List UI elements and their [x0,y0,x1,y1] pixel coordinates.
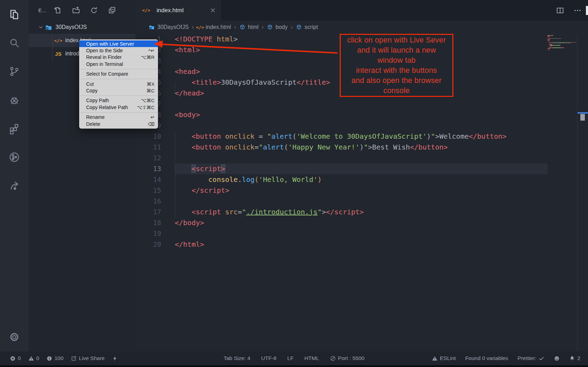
menu-item-copy[interactable]: Copy⌘C [79,87,158,94]
html-file-icon: </> [197,24,203,30]
menu-item-rename[interactable]: Rename↵ [79,114,158,121]
menu-item-cut[interactable]: Cut⌘X [79,81,158,87]
status-item-utf-8[interactable]: UTF-8 [261,355,277,361]
breadcrumb-item-script[interactable]: script [296,24,318,30]
breadcrumb-item-body[interactable]: body [267,24,288,30]
code-line-8[interactable]: 8<body> [135,109,588,120]
breadcrumb-separator: › [262,24,264,31]
status-item-lf[interactable]: LF [287,355,294,361]
status-item-label: 100 [54,355,63,361]
tree-root-folder[interactable]: 30DaysOfJS [29,21,135,34]
breadcrumb-item-index.html[interactable]: </>index.html [197,24,231,30]
code-line-11[interactable]: 11 <button onclick="alert('Happy New Yea… [135,142,588,153]
status-item-prettier-[interactable]: Prettier: [518,355,544,361]
activity-item-extensions[interactable] [5,119,24,138]
new-file-icon [53,6,62,15]
line-number: 19 [135,228,175,239]
code-line-12[interactable]: 12 [135,153,588,163]
breadcrumb-label: 30DaysOfJS [157,24,189,30]
breadcrumb-item-30DaysOfJS[interactable]: 30DaysOfJS [149,24,189,30]
menu-item-select-for-compare[interactable]: Select for Compare [79,71,158,77]
activity-item-settings-gear[interactable] [5,328,24,346]
breadcrumb-label: script [304,24,318,30]
code-line-20[interactable]: 20</html> [135,239,588,250]
breadcrumb-separator: › [291,24,293,31]
close-x-icon [210,7,216,14]
annotation-line: and also open the browser [341,76,452,86]
menu-item-copy-relative-path[interactable]: Copy Relative Path⌥⇧⌘C [79,104,158,110]
code-line-18[interactable]: 18</body> [135,217,588,228]
explorer-title: E... [38,8,46,13]
minimap[interactable] [548,35,579,51]
status-item-label: UTF-8 [261,355,277,361]
status-item-found-0-variables[interactable]: Found 0 variables [465,355,508,361]
code-line-content [175,228,548,239]
status-item-label: Live Share [79,355,105,361]
code-line-16[interactable]: 16 [135,196,588,207]
code-line-14[interactable]: 14 console.log('Hello, World') [135,174,588,185]
status-item-tab-size-4[interactable]: Tab Size: 4 [224,355,250,361]
status-item-2[interactable]: 2 [569,355,580,361]
close-icon[interactable] [210,7,216,14]
activity-item-live-share[interactable] [5,176,24,195]
tab-index-html[interactable]: </> index.html [135,0,221,21]
activity-item-source-control[interactable] [5,62,24,81]
code-line-content: <button onclick="alert('Happy New Year!'… [175,142,548,153]
vscode-window: E... 30DaysOfJS </> index.html JS introd… [0,0,588,367]
menu-item-copy-path[interactable]: Copy Path⌥⌘C [79,97,158,104]
code-line-9[interactable]: 9 [135,120,588,131]
folder-icon [149,24,155,30]
split-editor-icon[interactable] [556,6,564,15]
code-line-19[interactable]: 19 [135,228,588,239]
window-bottom-edge [0,365,588,367]
status-item-eslint[interactable]: ESLint [432,355,456,361]
activity-item-search[interactable] [5,33,24,52]
menu-item-label: Delete [86,121,148,127]
code-line-13[interactable]: 13 <script> [135,163,588,174]
status-item-live-share[interactable]: Live Share [71,355,105,361]
code-line-7[interactable]: 7 [135,99,588,109]
extensions-icon [8,123,20,135]
line-number: 13 [135,163,175,174]
scrollbar-thumb[interactable] [580,114,585,121]
split-editor-icon [556,6,564,15]
activity-item-explorer[interactable] [5,5,24,24]
status-item-label: Prettier: [518,355,536,361]
error-circle-icon [10,355,16,361]
new-file-button[interactable] [53,6,62,15]
chevron-down-icon[interactable] [38,24,45,30]
menu-item-reveal-in-finder[interactable]: Reveal in Finder⌥⌘R [79,54,158,61]
menu-item-delete[interactable]: Delete⌫ [79,121,158,127]
annotation-line: click on open with Live Sever [341,35,452,45]
status-item-html[interactable]: HTML [304,355,319,361]
context-menu: Open with Live ServerOpen to the Side^↵R… [79,39,158,129]
run-debug-icon [8,94,20,106]
new-folder-button[interactable] [71,6,80,15]
menu-item-open-in-terminal[interactable]: Open in Terminal [79,61,158,67]
breadcrumb-item-html[interactable]: html [239,24,258,30]
code-line-17[interactable]: 17 <script src="./introduction.js"></scr… [135,207,588,217]
status-item-label: 0 [36,355,39,361]
menu-item-label: Open in Terminal [86,61,154,67]
status-item-100[interactable]: 100 [46,355,63,361]
status-item-0[interactable]: 0 [28,355,39,361]
status-item-label: ESLint [440,355,456,361]
status-item-smiley[interactable] [554,355,560,361]
menu-item-open-to-the-side[interactable]: Open to the Side^↵ [79,47,158,54]
status-item-0[interactable]: 0 [10,355,21,361]
more-actions-icon[interactable] [573,6,582,15]
export-share-icon [71,355,77,361]
refresh-icon [90,6,98,15]
menu-item-open-with-live-server[interactable]: Open with Live Server [79,40,158,47]
breadcrumb-label: body [276,24,288,30]
collapse-all-button[interactable] [108,6,116,15]
code-line-15[interactable]: 15 </script> [135,185,588,196]
refresh-button[interactable] [90,6,98,15]
code-line-content: console.log('Hello, World') [175,174,548,185]
status-item-port-5500[interactable]: Port : 5500 [330,355,364,361]
activity-item-run-debug[interactable] [5,91,24,109]
code-line-10[interactable]: 10 <button onclick = "alert('Welcome to … [135,131,588,142]
status-item-lightning[interactable] [112,355,118,361]
menu-item-shortcut: ^↵ [148,48,154,53]
activity-item-gitlens[interactable] [5,148,24,167]
